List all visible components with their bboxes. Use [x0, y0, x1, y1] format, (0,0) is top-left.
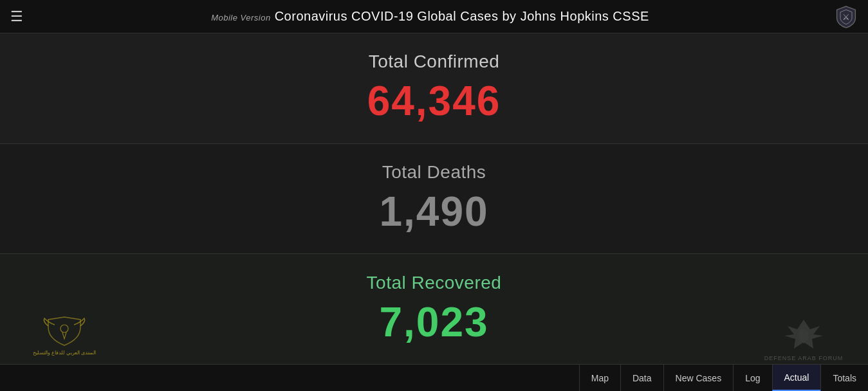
svg-point-1: [60, 325, 68, 332]
svg-text:⚔: ⚔: [842, 13, 850, 22]
deaths-section: Total Deaths 1,490: [0, 144, 868, 255]
recovered-label: Total Recovered: [367, 273, 502, 293]
hamburger-menu-icon[interactable]: ☰: [10, 8, 23, 25]
new-cases-button[interactable]: New Cases: [663, 365, 734, 391]
app-title: Coronavirus COVID-19 Global Cases by Joh…: [275, 9, 649, 23]
bottom-toolbar: Map Data New Cases Log Actual Totals: [0, 364, 868, 391]
deaths-label: Total Deaths: [382, 162, 486, 183]
mobile-version-label: Mobile Version: [211, 13, 271, 23]
data-button[interactable]: Data: [620, 365, 663, 391]
shield-icon: ⚔: [835, 5, 858, 28]
recovered-value: 7,023: [379, 298, 488, 346]
defense-arab-text: DEFENSE ARAB FORUM: [764, 355, 844, 361]
main-content: Total Confirmed 64,346 Total Deaths 1,49…: [0, 33, 868, 364]
confirmed-label: Total Confirmed: [369, 51, 500, 72]
header-title: Mobile VersionCoronavirus COVID-19 Globa…: [36, 9, 824, 24]
watermark-right: DEFENSE ARAB FORUM: [739, 306, 868, 364]
confirmed-section: Total Confirmed 64,346: [0, 33, 868, 144]
defense-arab-logo-icon: [775, 316, 833, 355]
watermark-left: المنتدى العربي للدفاع والتسليح: [0, 306, 129, 364]
recovered-section: Total Recovered 7,023: [0, 254, 868, 364]
confirmed-value: 64,346: [367, 77, 501, 125]
app-header: ☰ Mobile VersionCoronavirus COVID-19 Glo…: [0, 0, 868, 33]
deaths-value: 1,490: [379, 188, 488, 235]
log-button[interactable]: Log: [733, 365, 771, 391]
totals-button[interactable]: Totals: [820, 365, 868, 391]
actual-button[interactable]: Actual: [772, 365, 821, 391]
map-button[interactable]: Map: [579, 365, 620, 391]
eagle-logo-icon: [42, 314, 87, 350]
arabic-watermark-text: المنتدى العربي للدفاع والتسليح: [33, 350, 96, 356]
